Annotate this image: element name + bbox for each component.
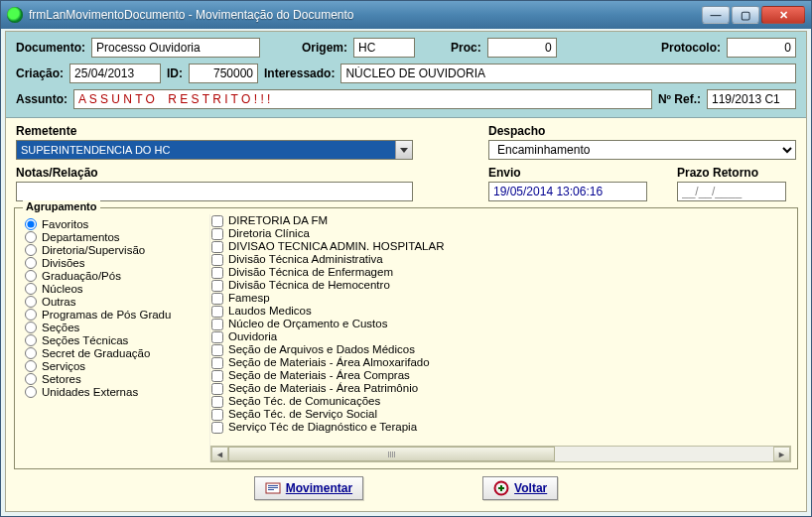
radio-input[interactable] [25, 309, 37, 321]
voltar-button[interactable]: Voltar [482, 476, 558, 500]
radio-label: Seções Técnicas [42, 334, 128, 346]
despacho-select[interactable]: Encaminhamento [488, 140, 796, 160]
checkbox-input[interactable] [211, 293, 223, 305]
radio-input[interactable] [25, 347, 37, 359]
voltar-icon [493, 480, 509, 496]
scroll-left-icon[interactable]: ◄ [211, 447, 228, 461]
checkbox-input[interactable] [211, 241, 223, 253]
checkbox-input[interactable] [211, 422, 223, 434]
checkbox-input[interactable] [211, 306, 223, 318]
agrupamento-option[interactable]: Outras [23, 296, 203, 308]
list-item[interactable]: Seção de Materiais - Área Almoxarifado [211, 356, 791, 369]
agrupamento-option[interactable]: Unidades Externas [23, 386, 203, 398]
list-item[interactable]: DIVISAO TECNICA ADMIN. HOSPITALAR [211, 240, 791, 253]
radio-input[interactable] [25, 386, 37, 398]
agrupamento-option[interactable]: Departamentos [23, 231, 203, 243]
agrupamento-option[interactable]: Divisões [23, 257, 203, 269]
checkbox-input[interactable] [211, 396, 223, 408]
radio-label: Diretoria/Supervisão [42, 244, 145, 256]
list-item[interactable]: Seção de Arquivos e Dados Médicos [211, 343, 791, 356]
assunto-field[interactable] [73, 89, 652, 109]
agrupamento-option[interactable]: Graduação/Pós [23, 270, 203, 282]
checkbox-input[interactable] [211, 280, 223, 292]
agrupamento-option[interactable]: Diretoria/Supervisão [23, 244, 203, 256]
list-item[interactable]: Diretoria Clínica [211, 227, 791, 240]
checkbox-input[interactable] [211, 215, 223, 227]
list-item-label: Seção de Materiais - Área Compras [228, 369, 410, 382]
checkbox-input[interactable] [211, 228, 223, 240]
title-bar[interactable]: frmLanMovimentoDocumento - Movimentação … [1, 1, 811, 29]
checkbox-input[interactable] [211, 409, 223, 421]
checkbox-input[interactable] [211, 319, 223, 330]
notas-field[interactable] [16, 182, 413, 201]
radio-input[interactable] [25, 283, 37, 295]
list-item[interactable]: Divisão Técnica Administrativa [211, 253, 791, 266]
radio-input[interactable] [25, 334, 37, 346]
radio-input[interactable] [25, 244, 37, 256]
list-item[interactable]: Ouvidoria [211, 330, 791, 343]
list-item[interactable]: DIRETORIA DA FM [211, 214, 791, 227]
radio-input[interactable] [25, 270, 37, 282]
list-item-label: Ouvidoria [228, 330, 277, 343]
maximize-button[interactable]: ▢ [732, 6, 759, 24]
list-item-label: Seção de Materiais - Área Patrimônio [228, 382, 418, 395]
radio-label: Núcleos [42, 283, 83, 295]
list-item[interactable]: Seção Téc. de Serviço Social [211, 408, 791, 421]
envio-field[interactable] [488, 182, 647, 201]
agrupamento-option[interactable]: Seções Técnicas [23, 334, 203, 346]
checkbox-input[interactable] [211, 331, 223, 343]
radio-input[interactable] [25, 360, 37, 372]
close-button[interactable]: ✕ [761, 6, 805, 24]
scroll-track[interactable] [228, 447, 773, 461]
list-item[interactable]: Divisão Técnica de Enfermagem [211, 266, 791, 279]
checkbox-input[interactable] [211, 357, 223, 369]
movimentar-label: Movimentar [286, 481, 352, 495]
radio-input[interactable] [25, 322, 37, 333]
label-remetente: Remetente [16, 124, 459, 138]
radio-input[interactable] [25, 296, 37, 308]
label-id: ID: [167, 66, 183, 80]
agrupamento-option[interactable]: Setores [23, 373, 203, 385]
checkbox-input[interactable] [211, 344, 223, 356]
list-item[interactable]: Seção de Materiais - Área Compras [211, 369, 791, 382]
agrupamento-option[interactable]: Secret de Graduação [23, 347, 203, 359]
agrupamento-option[interactable]: Serviços [23, 360, 203, 372]
list-item[interactable]: Seção de Materiais - Área Patrimônio [211, 382, 791, 395]
prazo-field[interactable] [677, 182, 786, 201]
id-field[interactable] [189, 64, 258, 83]
agrupamento-option[interactable]: Favoritos [23, 218, 203, 230]
criacao-field[interactable] [69, 64, 161, 83]
horizontal-scrollbar[interactable]: ◄ ► [210, 446, 791, 462]
list-item[interactable]: Divisão Técnica de Hemocentro [211, 279, 791, 292]
agrupamento-option[interactable]: Programas de Pós Gradu [23, 309, 203, 321]
radio-input[interactable] [25, 218, 37, 230]
checkbox-input[interactable] [211, 254, 223, 266]
radio-input[interactable] [25, 257, 37, 269]
checkbox-input[interactable] [211, 370, 223, 382]
list-item[interactable]: Seção Téc. de Comunicações [211, 395, 791, 408]
protocolo-field[interactable] [727, 38, 796, 58]
agrupamento-option[interactable]: Seções [23, 322, 203, 333]
radio-label: Favoritos [42, 218, 88, 230]
movimentar-button[interactable]: Movimentar [254, 476, 363, 500]
list-item[interactable]: Famesp [211, 292, 791, 305]
scroll-right-icon[interactable]: ► [773, 447, 790, 461]
radio-label: Departamentos [42, 231, 120, 243]
minimize-button[interactable]: — [702, 6, 730, 24]
agrupamento-option[interactable]: Núcleos [23, 283, 203, 295]
nref-field[interactable] [707, 89, 796, 109]
checkbox-input[interactable] [211, 267, 223, 279]
list-item[interactable]: Núcleo de Orçamento e Custos [211, 318, 791, 330]
origem-field[interactable] [353, 38, 415, 58]
list-item[interactable]: Laudos Medicos [211, 305, 791, 318]
documento-field[interactable] [91, 38, 260, 58]
interessado-field[interactable] [340, 64, 796, 83]
radio-input[interactable] [25, 231, 37, 243]
label-envio: Envio [488, 166, 647, 180]
scroll-thumb[interactable] [228, 447, 555, 461]
list-item[interactable]: Serviço Téc de Diagnóstico e Terapia [211, 421, 791, 434]
proc-field[interactable] [487, 38, 557, 58]
remetente-select[interactable]: SUPERINTENDENCIA DO HC [16, 140, 413, 160]
checkbox-input[interactable] [211, 383, 223, 395]
radio-input[interactable] [25, 373, 37, 385]
